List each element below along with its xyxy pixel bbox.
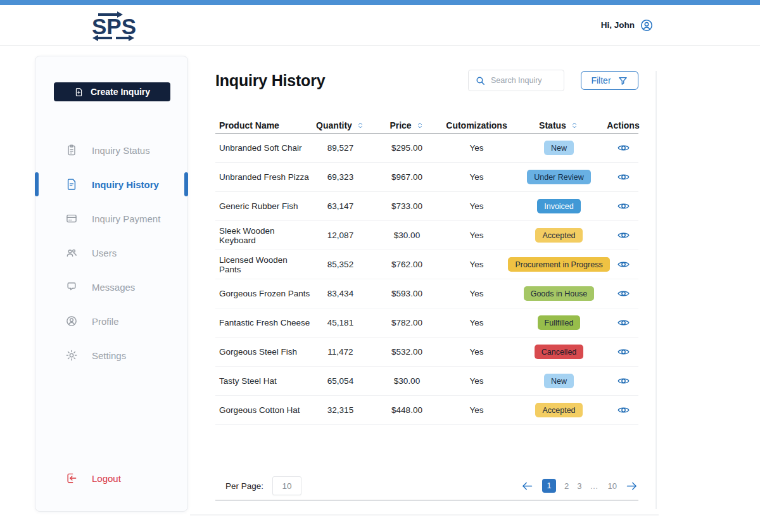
- cell-customizations: Yes: [443, 289, 510, 298]
- sort-button[interactable]: [415, 121, 424, 130]
- column-label: Cutomizations: [446, 120, 507, 130]
- cell-customizations: Yes: [443, 172, 510, 182]
- view-button[interactable]: [608, 287, 638, 300]
- cell-quantity: 69,323: [310, 172, 370, 182]
- arrow-right-icon: [625, 479, 638, 493]
- sort-button[interactable]: [356, 121, 365, 130]
- status-badge: Procurement in Progress: [508, 257, 609, 272]
- logo-text: SPS: [92, 14, 136, 39]
- cell-quantity: 63,147: [310, 201, 370, 211]
- cell-quantity: 32,315: [310, 405, 370, 415]
- column-label: Product Name: [219, 120, 279, 130]
- per-page-label: Per Page:: [225, 481, 263, 491]
- pagination-page-3[interactable]: 3: [577, 481, 581, 491]
- view-button[interactable]: [608, 403, 638, 417]
- user-avatar-icon: [640, 18, 654, 32]
- pagination-next-button[interactable]: [625, 479, 638, 493]
- cell-customizations: Yes: [443, 405, 510, 415]
- sidebar: Create Inquiry Inquiry StatusInquiry His…: [35, 56, 188, 512]
- cell-customizations: Yes: [443, 231, 510, 240]
- table-row: Sleek Wooden Keyboard12,087$30.00YesAcce…: [215, 221, 638, 250]
- sort-button[interactable]: [570, 121, 579, 130]
- top-accent-bar: [0, 0, 760, 5]
- sort-icon: [356, 121, 365, 130]
- cell-price: $782.00: [370, 318, 443, 327]
- sidebar-item-settings[interactable]: Settings: [35, 338, 187, 372]
- cell-price: $532.00: [370, 347, 443, 357]
- credit-card-icon: [65, 212, 78, 225]
- sidebar-item-inquiry-payment[interactable]: Inquiry Payment: [35, 201, 187, 236]
- sidebar-item-label: Settings: [92, 350, 126, 361]
- table-row: Unbranded Fresh Pizza69,323$967.00YesUnd…: [215, 163, 638, 192]
- pagination-page-2[interactable]: 2: [564, 481, 569, 491]
- per-page-control: Per Page: 10: [215, 476, 301, 495]
- filter-button[interactable]: Filter: [581, 71, 638, 90]
- sidebar-item-profile[interactable]: Profile: [35, 304, 187, 338]
- cell-product-name: Licensed Wooden Pants: [215, 255, 310, 274]
- greeting-text: Hi, John: [601, 20, 635, 30]
- view-button[interactable]: [608, 229, 638, 242]
- eye-icon: [617, 229, 630, 242]
- content-bottom-edge: [190, 514, 659, 516]
- status-badge: Accepted: [535, 403, 582, 417]
- sidebar-item-label: Messages: [92, 282, 135, 293]
- sidebar-item-label: Inquiry Payment: [92, 213, 160, 224]
- file-plus-icon: [74, 87, 84, 97]
- create-inquiry-label: Create Inquiry: [91, 87, 150, 97]
- users-icon: [65, 246, 78, 259]
- eye-icon: [617, 200, 630, 213]
- status-badge: New: [544, 141, 574, 155]
- sidebar-item-logout[interactable]: Logout: [35, 466, 187, 491]
- table-row: Unbranded Soft Chair89,527$295.00YesNew: [215, 134, 638, 163]
- view-button[interactable]: [608, 170, 638, 184]
- sidebar-item-inquiry-status[interactable]: Inquiry Status: [35, 133, 187, 167]
- view-button[interactable]: [608, 345, 638, 358]
- page-title: Inquiry History: [215, 72, 325, 90]
- cell-customizations: Yes: [443, 347, 510, 357]
- view-button[interactable]: [608, 258, 638, 271]
- cell-product-name: Unbranded Soft Chair: [215, 143, 310, 153]
- cell-customizations: Yes: [443, 201, 510, 211]
- logout-icon: [65, 472, 78, 484]
- sidebar-item-users[interactable]: Users: [35, 236, 187, 270]
- cell-quantity: 45,181: [310, 318, 370, 327]
- main-header: Inquiry History Filter: [215, 68, 638, 92]
- cell-quantity: 85,352: [310, 260, 370, 269]
- cell-customizations: Yes: [443, 143, 510, 153]
- column-header-price: Price: [370, 120, 443, 130]
- search-input[interactable]: [491, 76, 557, 85]
- sidebar-item-label: Users: [92, 248, 117, 258]
- cell-quantity: 89,527: [310, 143, 370, 153]
- pagination-page-1[interactable]: 1: [542, 479, 556, 493]
- status-badge: New: [544, 374, 574, 388]
- gear-icon: [65, 349, 78, 362]
- status-badge: Under Review: [527, 170, 591, 184]
- sidebar-item-inquiry-history[interactable]: Inquiry History: [35, 167, 187, 201]
- pagination-prev-button[interactable]: [521, 479, 534, 493]
- table-footer: Per Page: 10 123…10: [215, 472, 638, 501]
- sidebar-item-messages[interactable]: Messages: [35, 270, 187, 304]
- pagination-page-10[interactable]: 10: [608, 481, 617, 491]
- cell-price: $295.00: [370, 143, 443, 153]
- cell-quantity: 11,472: [310, 347, 370, 357]
- column-header-product-name: Product Name: [215, 120, 310, 130]
- sidebar-item-label: Profile: [92, 316, 119, 327]
- filter-button-label: Filter: [591, 75, 611, 86]
- view-button[interactable]: [608, 374, 638, 388]
- per-page-selector[interactable]: 10: [272, 476, 301, 495]
- column-label: Actions: [607, 120, 639, 130]
- cell-product-name: Gorgeous Cotton Hat: [215, 405, 310, 415]
- eye-icon: [617, 170, 630, 184]
- cell-price: $448.00: [370, 405, 443, 415]
- view-button[interactable]: [608, 200, 638, 213]
- cell-quantity: 65,054: [310, 376, 370, 386]
- create-inquiry-button[interactable]: Create Inquiry: [54, 82, 170, 101]
- cell-customizations: Yes: [443, 260, 510, 269]
- view-button[interactable]: [608, 141, 638, 155]
- status-badge: Fullfilled: [538, 315, 581, 330]
- app-header: SPS Hi, John: [0, 5, 760, 46]
- view-button[interactable]: [608, 316, 638, 329]
- avatar[interactable]: [640, 18, 654, 32]
- sort-icon: [570, 121, 579, 130]
- vertical-divider: [656, 71, 657, 509]
